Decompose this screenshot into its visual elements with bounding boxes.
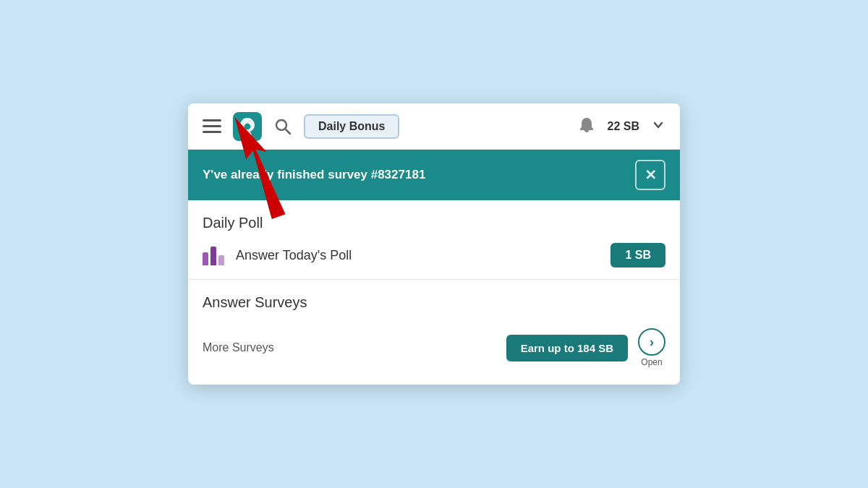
chevron-down-icon[interactable] (651, 117, 665, 135)
surveys-row: More Surveys Earn up to 184 SB › Open (203, 328, 665, 367)
menu-icon[interactable] (203, 119, 221, 133)
close-button[interactable]: ✕ (635, 160, 665, 190)
earn-button[interactable]: Earn up to 184 SB (506, 335, 628, 361)
notification-bell-icon[interactable] (577, 116, 596, 137)
answer-surveys-section: Answer Surveys More Surveys Earn up to 1… (188, 280, 680, 385)
poll-item-label: Answer Today's Poll (236, 248, 600, 263)
open-arrow-icon: › (638, 328, 665, 356)
search-icon[interactable] (273, 117, 292, 136)
header: Daily Bonus 22 SB (188, 103, 680, 150)
daily-poll-section: Daily Poll Answer Today's Poll 1 SB (188, 200, 680, 280)
daily-bonus-button[interactable]: Daily Bonus (304, 114, 399, 139)
more-surveys-label: More Surveys (203, 341, 496, 354)
poll-reward-badge[interactable]: 1 SB (610, 243, 665, 267)
poll-row: Answer Today's Poll 1 SB (203, 243, 665, 267)
sb-amount: 22 SB (608, 120, 639, 133)
swagbucks-logo-icon[interactable] (233, 112, 262, 141)
open-button[interactable]: › Open (638, 328, 665, 367)
app-container: Daily Bonus 22 SB Y've already fin (188, 103, 680, 385)
survey-banner-text: Y've already finished survey #8327181 (203, 168, 626, 182)
poll-bar-chart-icon (203, 245, 226, 265)
surveys-section-title: Answer Surveys (203, 294, 665, 311)
open-label: Open (641, 357, 662, 367)
svg-line-2 (286, 129, 291, 134)
survey-banner-content: Y've already finished survey #8327181 ✕ (188, 150, 680, 200)
daily-poll-title: Daily Poll (203, 215, 665, 231)
survey-banner: Y've already finished survey #8327181 ✕ (188, 150, 680, 200)
